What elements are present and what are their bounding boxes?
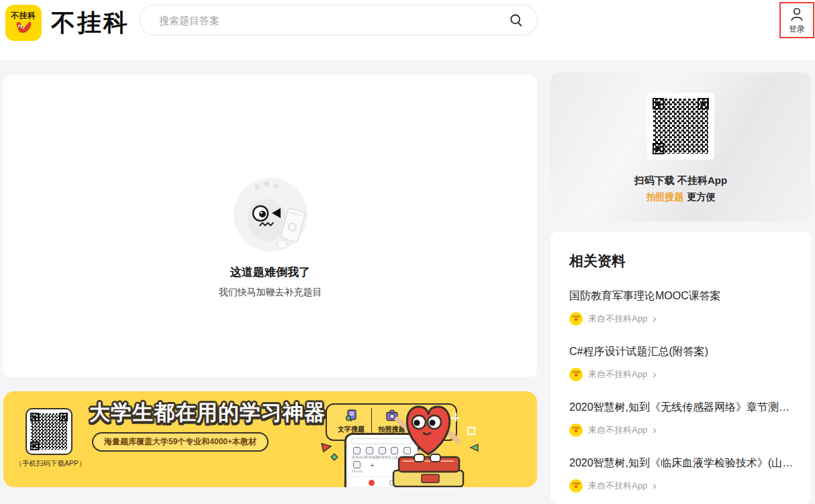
login-label: 登录 [789,23,805,35]
related-item-title[interactable]: 2020智慧树,知到《临床血液学检验技术》(山… [569,456,792,470]
app-download-qr-card: 扫码下载 不挂科App 拍照搜题更方便 [550,72,811,221]
mock-app-shortcut: 问一问 [351,461,363,474]
chevron-right-icon: › [653,369,656,380]
related-item-source[interactable]: 不挂科♥ 来自不挂科App › [569,479,792,493]
empty-state-title: 这道题难倒我了 [3,264,537,280]
list-item: C#程序设计试题汇总(附答案) 不挂科♥ 来自不挂科App › [569,345,792,381]
chevron-right-icon: › [653,313,656,324]
empty-state-subtitle: 我们快马加鞭去补充题目 [3,287,537,299]
app-mini-logo-icon: 不挂科♥ [569,479,583,493]
qr-code [647,93,714,160]
chevron-right-icon: › [653,481,656,491]
source-label: 来自不挂科App [588,368,647,381]
related-heading: 相关资料 [569,252,792,270]
related-item-source[interactable]: 不挂科♥ 来自不挂科App › [569,312,792,325]
qr-card-line2-highlight: 拍照搜题 [646,191,684,202]
list-item: 2020智慧树,知到《无线传感器网络》章节测… 不挂科♥ 来自不挂科App › [569,401,792,437]
brand-logo[interactable]: 不挂科 不挂科 [5,5,130,41]
related-item-title[interactable]: 国防教育军事理论MOOC课答案 [569,289,792,303]
qr-card-line2: 拍照搜题更方便 [550,191,811,203]
related-item-title[interactable]: 2020智慧树,知到《无线传感器网络》章节测… [569,401,792,415]
user-icon [789,6,805,22]
green-diamond-decor-icon [330,453,338,461]
related-item-title[interactable]: C#程序设计试题汇总(附答案) [569,345,792,359]
search-icon[interactable] [509,13,524,28]
source-label: 来自不挂科App [588,424,647,436]
mock-add-button: + [367,461,378,474]
top-header: 不挂科 不挂科 登录 [0,0,815,60]
puzzled-mascot-illustration [230,173,311,254]
banner-headline: 大学生都在用的学习神器 [89,399,326,427]
related-item-source[interactable]: 不挂科♥ 来自不挂科App › [569,368,792,381]
square-decor-icon [467,426,476,436]
empty-state: 这道题难倒我了 我们快马加鞭去补充题目 [3,173,537,299]
app-promo-banner[interactable]: （手机扫码下载APP） 大学生都在用的学习神器 海量题库覆盖大学59个专业和40… [3,391,537,487]
mock-app-shortcut: 高考估分 [351,447,363,460]
banner-badge: 海量题库覆盖大学59个专业和4000+本教材 [92,432,269,452]
source-label: 来自不挂科App [588,480,647,492]
doc-search-icon [345,409,358,421]
heart-mascot-illustration [381,391,475,487]
chevron-right-icon: › [653,425,656,436]
app-mini-logo-icon: 不挂科♥ [569,312,583,325]
search-bar[interactable] [140,5,538,36]
related-materials-card: 相关资料 国防教育军事理论MOOC课答案 不挂科♥ 来自不挂科App › C#程… [550,232,811,504]
mock-hot-icon [369,480,375,486]
qr-card-line2-rest: 更方便 [687,191,716,202]
feature-text-search: 文字搜题 [331,408,371,436]
green-triangle-decor-icon [469,442,479,453]
result-empty-card: 这道题难倒我了 我们快马加鞭去补充题目 [3,75,537,377]
qr-card-line1: 扫码下载 不挂科App [550,174,811,187]
brand-logo-icon-text: 不挂科 [11,11,36,19]
plus-decor-icon [450,413,461,423]
brand-wordmark: 不挂科 [51,7,130,40]
list-item: 2020智慧树,知到《临床血液学检验技术》(山… 不挂科♥ 来自不挂科App › [569,456,792,493]
login-button[interactable]: 登录 [779,2,814,38]
brand-logo-icon: 不挂科 [5,5,42,41]
app-mini-logo-icon: 不挂科♥ [569,423,583,437]
heart-check-icon [15,20,32,35]
list-item: 国防教育军事理论MOOC课答案 不挂科♥ 来自不挂科App › [569,289,792,325]
app-mini-logo-icon: 不挂科♥ [569,368,583,381]
source-label: 来自不挂科App [588,313,647,325]
banner-qr-code [26,408,73,455]
mock-app-shortcut: 高考真题 [364,447,375,460]
related-item-source[interactable]: 不挂科♥ 来自不挂科App › [569,423,792,437]
red-triangle-decor-icon [320,441,332,453]
banner-qr-caption: （手机扫码下载APP） [3,459,97,468]
search-input[interactable] [159,15,509,26]
